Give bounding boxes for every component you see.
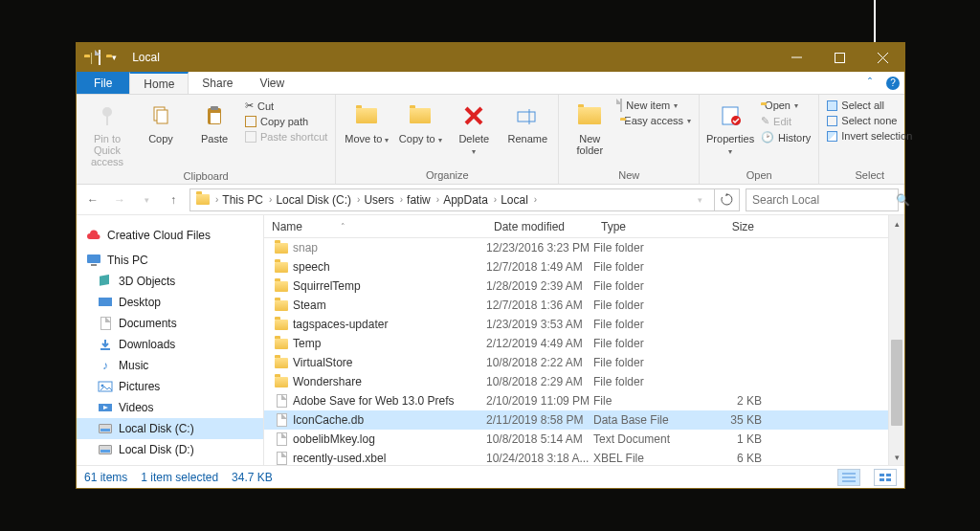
scroll-up-icon[interactable]: ▴ bbox=[889, 215, 904, 232]
nav-up-button[interactable]: ↑ bbox=[163, 189, 184, 210]
svg-rect-10 bbox=[106, 116, 108, 125]
edit-button[interactable]: ✎Edit bbox=[759, 114, 813, 128]
qat-dropdown-icon[interactable]: ▾ bbox=[112, 53, 117, 62]
cut-button[interactable]: ✂Cut bbox=[243, 99, 329, 113]
delete-button[interactable]: Delete▾ bbox=[449, 99, 499, 160]
minimize-button[interactable] bbox=[775, 43, 818, 72]
nav-forward-button[interactable]: → bbox=[109, 189, 130, 210]
refresh-button[interactable] bbox=[715, 188, 740, 211]
chevron-right-icon[interactable]: › bbox=[398, 194, 405, 205]
table-row[interactable]: snap12/23/2016 3:23 PMFile folder bbox=[264, 238, 888, 257]
chevron-right-icon[interactable]: › bbox=[492, 194, 499, 205]
table-row[interactable]: oobelibMkey.log10/8/2018 5:14 AMText Doc… bbox=[264, 430, 888, 449]
svg-rect-15 bbox=[211, 113, 220, 123]
scroll-thumb[interactable] bbox=[891, 340, 902, 426]
nav-item-local-disk-c-[interactable]: Local Disk (C:) bbox=[77, 418, 263, 439]
nav-item-icon bbox=[98, 316, 113, 331]
table-row[interactable]: SquirrelTemp1/28/2019 2:39 AMFile folder bbox=[264, 277, 888, 296]
nav-item-icon bbox=[98, 400, 113, 415]
tab-file[interactable]: File bbox=[77, 72, 129, 94]
nav-item-downloads[interactable]: Downloads bbox=[77, 334, 263, 355]
tab-share[interactable]: Share bbox=[189, 72, 246, 94]
rename-button[interactable]: Rename bbox=[502, 99, 552, 146]
chevron-down-icon: ▾ bbox=[687, 117, 691, 125]
search-box[interactable]: 🔍 bbox=[746, 188, 899, 211]
collapse-ribbon-icon[interactable]: ˆ bbox=[858, 72, 881, 94]
chevron-right-icon[interactable]: › bbox=[355, 194, 362, 205]
nav-item-pictures[interactable]: Pictures bbox=[77, 376, 263, 397]
nav-creative-cloud[interactable]: Creative Cloud Files bbox=[77, 225, 263, 246]
nav-item-videos[interactable]: Videos bbox=[77, 397, 263, 418]
ribbon-tabs: File Home Share View ˆ ? bbox=[77, 72, 904, 95]
crumb-local-disk-c[interactable]: Local Disk (C:)› bbox=[276, 193, 362, 207]
nav-item-desktop[interactable]: Desktop bbox=[77, 292, 263, 313]
column-date[interactable]: Date modified bbox=[486, 220, 593, 233]
table-row[interactable]: Steam12/7/2018 1:36 AMFile folder bbox=[264, 296, 888, 315]
new-folder-button[interactable]: New folder bbox=[565, 99, 614, 158]
new-item-button[interactable]: New item ▾ bbox=[618, 99, 693, 112]
breadcrumbs[interactable]: › This PC› Local Disk (C:)› Users› fatiw… bbox=[189, 188, 715, 211]
select-none-button[interactable]: Select none bbox=[825, 114, 914, 127]
file-name: Steam bbox=[293, 299, 486, 312]
chevron-right-icon[interactable]: › bbox=[532, 194, 539, 205]
file-date: 10/24/2018 3:18 A... bbox=[486, 452, 593, 465]
tab-view[interactable]: View bbox=[246, 72, 298, 94]
table-row[interactable]: Temp2/12/2019 4:49 AMFile folder bbox=[264, 334, 888, 353]
history-button[interactable]: 🕑History bbox=[759, 130, 813, 144]
file-icon bbox=[270, 432, 293, 446]
invert-selection-button[interactable]: Invert selection bbox=[825, 129, 914, 143]
chevron-right-icon[interactable]: › bbox=[434, 194, 441, 205]
table-row[interactable]: VirtualStore10/8/2018 2:22 AMFile folder bbox=[264, 353, 888, 372]
easy-access-button[interactable]: Easy access ▾ bbox=[618, 114, 693, 127]
move-to-button[interactable]: Move to ▾ bbox=[342, 99, 391, 148]
file-name: speech bbox=[293, 260, 486, 274]
nav-item-label: Pictures bbox=[119, 380, 160, 393]
open-button[interactable]: Open ▾ bbox=[759, 99, 813, 112]
close-button[interactable] bbox=[861, 43, 904, 72]
maximize-button[interactable] bbox=[818, 43, 861, 72]
nav-item-music[interactable]: ♪Music bbox=[77, 355, 263, 376]
nav-item-3d-objects[interactable]: 3D Objects bbox=[77, 271, 263, 292]
file-type: File folder bbox=[593, 241, 697, 254]
nav-item-local-disk-d-[interactable]: Local Disk (D:) bbox=[77, 439, 263, 460]
table-row[interactable]: tagspaces-updater1/23/2019 3:53 AMFile f… bbox=[264, 315, 888, 334]
copy-path-button[interactable]: Copy path bbox=[243, 115, 329, 128]
view-details-button[interactable] bbox=[837, 469, 860, 486]
nav-this-pc[interactable]: This PC bbox=[77, 250, 263, 271]
column-name[interactable]: Name˄ bbox=[264, 220, 486, 233]
crumb-appdata[interactable]: AppData› bbox=[443, 193, 499, 207]
nav-item-documents[interactable]: Documents bbox=[77, 313, 263, 334]
group-organize: Move to ▾ Copy to ▾ Delete▾ Rename Organ… bbox=[336, 95, 559, 184]
chevron-right-icon[interactable]: › bbox=[267, 194, 274, 205]
rename-icon bbox=[512, 100, 543, 131]
vertical-scrollbar[interactable]: ▴ ▾ bbox=[888, 215, 904, 465]
crumb-this-pc[interactable]: This PC› bbox=[222, 193, 274, 207]
address-dropdown-icon[interactable]: ▾ bbox=[689, 189, 710, 210]
column-type[interactable]: Type bbox=[593, 220, 697, 233]
chevron-right-icon[interactable]: › bbox=[213, 194, 220, 205]
tab-home[interactable]: Home bbox=[129, 72, 189, 94]
table-row[interactable]: recently-used.xbel10/24/2018 3:18 A...XB… bbox=[264, 449, 888, 465]
paste-shortcut-button[interactable]: Paste shortcut bbox=[243, 130, 329, 144]
table-row[interactable]: IconCache.db2/11/2019 8:58 PMData Base F… bbox=[264, 410, 888, 430]
properties-button[interactable]: Properties▾ bbox=[705, 99, 755, 160]
column-size[interactable]: Size bbox=[697, 220, 762, 233]
crumb-local[interactable]: Local› bbox=[501, 193, 539, 207]
crumb-users[interactable]: Users› bbox=[364, 193, 405, 207]
pin-to-quick-access-button[interactable]: Pin to Quick access bbox=[82, 99, 132, 169]
table-row[interactable]: speech12/7/2018 1:49 AMFile folder bbox=[264, 257, 888, 277]
nav-recent-button[interactable]: ▾ bbox=[136, 189, 157, 210]
view-large-icons-button[interactable] bbox=[874, 469, 897, 486]
qat-properties-icon[interactable] bbox=[99, 51, 100, 64]
table-row[interactable]: Wondershare10/8/2018 2:29 AMFile folder bbox=[264, 372, 888, 391]
table-row[interactable]: Adobe Save for Web 13.0 Prefs2/10/2019 1… bbox=[264, 391, 888, 410]
copy-to-button[interactable]: Copy to ▾ bbox=[395, 99, 445, 148]
search-input[interactable] bbox=[752, 193, 896, 207]
select-all-button[interactable]: Select all bbox=[825, 99, 914, 112]
nav-back-button[interactable]: ← bbox=[82, 189, 103, 210]
paste-button[interactable]: Paste bbox=[189, 99, 239, 146]
help-icon[interactable]: ? bbox=[881, 72, 904, 94]
crumb-fatiw[interactable]: fatiw› bbox=[407, 193, 441, 207]
scroll-down-icon[interactable]: ▾ bbox=[889, 449, 904, 465]
copy-button[interactable]: Copy bbox=[136, 99, 186, 146]
